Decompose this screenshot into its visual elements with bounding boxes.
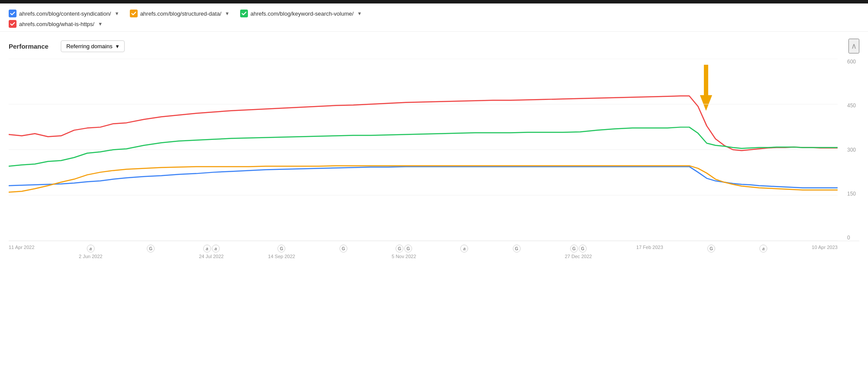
x-date-sep-2022: 14 Sep 2022 bbox=[268, 254, 295, 259]
legend-label-content-syndication: ahrefs.com/blog/content-syndication/ bbox=[19, 10, 111, 17]
metric-label: Referring domains bbox=[66, 43, 112, 50]
legend-item-keyword-search-volume[interactable]: ahrefs.com/blog/keyword-search-volume/ ▼ bbox=[240, 10, 362, 17]
y-axis-labels: 600 450 300 150 0 bbox=[844, 59, 859, 241]
x-label-feb-2023: 17 Feb 2023 bbox=[636, 245, 663, 259]
event-icon-a2[interactable]: a bbox=[203, 245, 211, 252]
event-icon-g3[interactable]: G bbox=[340, 245, 347, 252]
x-label-a4: a bbox=[460, 245, 468, 259]
x-date-jun-2022: 2 Jun 2022 bbox=[79, 254, 102, 259]
x-date-nov-2022: 5 Nov 2022 bbox=[392, 254, 416, 259]
x-label-jun-2022: a 2 Jun 2022 bbox=[79, 245, 102, 259]
performance-header: Performance Referring domains ▾ ∧ bbox=[0, 32, 868, 57]
event-icon-g9[interactable]: G bbox=[707, 245, 715, 252]
legend-checkbox-content-syndication bbox=[9, 10, 17, 17]
y-label-0: 0 bbox=[847, 235, 856, 241]
line-orange bbox=[9, 166, 838, 192]
event-icon-g6[interactable]: G bbox=[513, 245, 521, 252]
event-icon-a5[interactable]: a bbox=[759, 245, 767, 252]
legend-checkbox-what-is-https bbox=[9, 20, 17, 28]
x-label-g9: G bbox=[707, 245, 715, 259]
legend-area: ahrefs.com/blog/content-syndication/ ▼ a… bbox=[0, 3, 868, 32]
event-icon-g5[interactable]: G bbox=[404, 245, 412, 252]
legend-dropdown-what-is-https[interactable]: ▼ bbox=[98, 21, 102, 27]
legend-checkbox-structured-data bbox=[130, 10, 138, 17]
x-label-g3: G bbox=[340, 245, 347, 259]
x-date-jul-2022: 24 Jul 2022 bbox=[199, 254, 224, 259]
event-icon-a4[interactable]: a bbox=[460, 245, 468, 252]
x-label-g1: G bbox=[147, 245, 155, 259]
x-label-sep-2022: G 14 Sep 2022 bbox=[268, 245, 295, 259]
metric-dropdown[interactable]: Referring domains ▾ bbox=[61, 40, 125, 52]
event-icon-g4[interactable]: G bbox=[396, 245, 403, 252]
collapse-button[interactable]: ∧ bbox=[848, 39, 859, 53]
event-icon-a[interactable]: a bbox=[87, 245, 95, 252]
y-label-300: 300 bbox=[847, 147, 856, 153]
legend-dropdown-structured-data[interactable]: ▼ bbox=[225, 11, 230, 16]
event-icon-a3[interactable]: a bbox=[212, 245, 220, 252]
x-date-feb-2023: 17 Feb 2023 bbox=[636, 245, 663, 250]
legend-label-structured-data: ahrefs.com/blog/structured-data/ bbox=[140, 10, 221, 17]
chart-area: 600 450 300 150 0 bbox=[9, 59, 859, 241]
performance-title: Performance bbox=[9, 43, 49, 50]
metric-dropdown-arrow: ▾ bbox=[116, 43, 119, 50]
x-label-dec-2022: G G 27 Dec 2022 bbox=[565, 245, 592, 259]
x-label-g6: G bbox=[513, 245, 521, 259]
chart-svg bbox=[9, 59, 838, 241]
x-label-nov-2022: G G 5 Nov 2022 bbox=[392, 245, 416, 259]
event-icon-g8[interactable]: G bbox=[579, 245, 587, 252]
legend-label-keyword-search-volume: ahrefs.com/blog/keyword-search-volume/ bbox=[251, 10, 354, 17]
x-label-apr-2022: 11 Apr 2022 bbox=[9, 245, 34, 259]
x-date-apr-2023: 10 Apr 2023 bbox=[812, 245, 838, 250]
y-label-600: 600 bbox=[847, 59, 856, 65]
x-date-dec-2022: 27 Dec 2022 bbox=[565, 254, 592, 259]
legend-dropdown-keyword-search-volume[interactable]: ▼ bbox=[357, 11, 362, 16]
legend-item-what-is-https[interactable]: ahrefs.com/blog/what-is-https/ ▼ bbox=[9, 20, 102, 28]
top-bar bbox=[0, 0, 868, 3]
event-icon-g2[interactable]: G bbox=[277, 245, 285, 252]
x-date-apr-2022: 11 Apr 2022 bbox=[9, 245, 34, 250]
y-label-450: 450 bbox=[847, 103, 856, 109]
legend-item-structured-data[interactable]: ahrefs.com/blog/structured-data/ ▼ bbox=[130, 10, 230, 17]
legend-label-what-is-https: ahrefs.com/blog/what-is-https/ bbox=[19, 21, 94, 27]
event-icon-g1[interactable]: G bbox=[147, 245, 155, 252]
event-icon-g7[interactable]: G bbox=[570, 245, 578, 252]
x-label-jul-2022: a a 24 Jul 2022 bbox=[199, 245, 224, 259]
x-label-apr-2023: 10 Apr 2023 bbox=[812, 245, 838, 259]
y-label-150: 150 bbox=[847, 191, 856, 197]
legend-item-content-syndication[interactable]: ahrefs.com/blog/content-syndication/ ▼ bbox=[9, 10, 119, 17]
x-label-a5: a bbox=[759, 245, 767, 259]
legend-checkbox-keyword-search-volume bbox=[240, 10, 248, 17]
line-green bbox=[9, 127, 838, 166]
legend-dropdown-content-syndication[interactable]: ▼ bbox=[115, 11, 119, 16]
chart-container: 600 450 300 150 0 bbox=[0, 59, 868, 261]
